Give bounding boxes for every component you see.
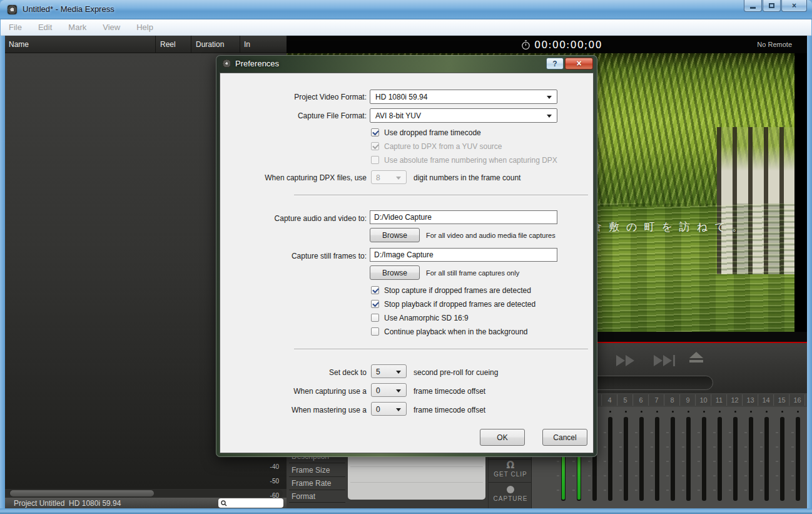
capture-file-format-label: Capture File Format:	[223, 111, 367, 120]
checkbox-label: Stop playback if dropped frames are dete…	[384, 300, 535, 309]
capture-offset-label: When capturing use a	[223, 387, 367, 396]
menu-file[interactable]: File	[1, 23, 30, 32]
minimize-button[interactable]	[744, 0, 762, 12]
meter-tick	[682, 490, 684, 491]
meter-slot	[671, 417, 675, 501]
meter-tick	[666, 490, 669, 491]
meter-slot	[780, 417, 784, 501]
meter-tick	[666, 461, 669, 462]
channel-number: 12	[728, 394, 743, 406]
mastering-offset-suffix: frame timecode offset	[414, 406, 485, 414]
meter-tick	[635, 490, 637, 491]
meter-tick	[791, 490, 794, 491]
preroll-select[interactable]: 5	[371, 364, 407, 378]
meter-tick	[744, 432, 747, 433]
chevron-down-icon	[396, 408, 401, 411]
peak-indicator	[750, 411, 752, 413]
column-divider[interactable]	[155, 36, 156, 53]
meter-tick	[698, 490, 700, 491]
cancel-button[interactable]: Cancel	[542, 429, 587, 446]
capture-file-format-select[interactable]: AVI 8-bit YUV	[370, 108, 557, 123]
project-video-format-select[interactable]: HD 1080i 59.94	[370, 90, 557, 104]
checkbox[interactable]	[371, 327, 379, 336]
ok-button[interactable]: OK	[480, 429, 525, 446]
meter-tick	[760, 432, 763, 433]
next-clip-button[interactable]	[654, 353, 675, 368]
column-divider[interactable]	[240, 36, 240, 53]
browse-av-button[interactable]: Browse	[370, 228, 420, 242]
chevron-down-icon	[547, 96, 552, 99]
maximize-button[interactable]	[763, 0, 781, 12]
selected-value: HD 1080i 59.94	[375, 93, 427, 101]
eject-button[interactable]	[689, 352, 703, 362]
preferences-dialog: Preferences ? × Project Video Format: HD…	[216, 55, 597, 457]
scrollbar-thumb[interactable]	[10, 490, 154, 496]
chevron-down-icon	[396, 177, 401, 180]
peak-indicator	[688, 411, 689, 413]
selected-value: 5	[376, 368, 380, 376]
field-divider	[289, 463, 345, 463]
capture-button[interactable]: CAPTURE	[489, 495, 532, 502]
meter-tick	[682, 461, 684, 462]
checkbox[interactable]	[371, 142, 379, 150]
meter-tick	[619, 446, 622, 448]
dpx-digits-select[interactable]: 8	[371, 170, 407, 184]
dialog-help-button[interactable]: ?	[546, 58, 564, 69]
checkbox[interactable]	[371, 286, 379, 294]
browse-still-button[interactable]: Browse	[370, 265, 420, 280]
audio-meter-channel: 7	[649, 393, 664, 508]
audio-meter-channel: 12	[728, 393, 743, 508]
menu-edit[interactable]: Edit	[30, 23, 60, 32]
audio-meter-channel: 4	[602, 393, 617, 508]
timecode-bar: 00:00:00;00 No Remote	[287, 36, 807, 53]
column-in[interactable]: In	[244, 40, 250, 49]
horizontal-scrollbar[interactable]	[9, 490, 283, 497]
menu-view[interactable]: View	[94, 23, 128, 32]
checkbox[interactable]	[371, 128, 379, 136]
eject-icon	[689, 360, 703, 362]
audio-meter-channel: 16	[790, 393, 805, 508]
column-name[interactable]: Name	[9, 40, 29, 49]
chevron-down-icon	[396, 389, 401, 393]
field-divider	[289, 476, 345, 477]
close-button[interactable]: ×	[781, 0, 807, 12]
meter-tick	[760, 490, 763, 491]
menu-mark[interactable]: Mark	[60, 23, 94, 32]
text-row-line	[350, 482, 483, 483]
field-format: Format	[292, 492, 315, 501]
scale-label: -40	[260, 463, 279, 470]
separator	[294, 195, 588, 196]
checkbox[interactable]	[371, 156, 379, 164]
meter-tick	[572, 461, 575, 462]
preroll-suffix: second pre-roll for cueing	[414, 368, 498, 377]
audio-meter-channel: 8	[665, 393, 680, 508]
peak-indicator	[719, 411, 721, 413]
checkbox-label: Stop capture if dropped frames are detec…	[384, 286, 531, 295]
mastering-offset-select[interactable]: 0	[371, 402, 407, 416]
capture-still-path-input[interactable]	[370, 248, 557, 262]
capture-offset-select[interactable]: 0	[371, 383, 407, 397]
dialog-close-button[interactable]: ×	[565, 58, 593, 69]
meter-slot	[624, 417, 628, 501]
peak-indicator	[609, 411, 611, 413]
checkbox[interactable]	[371, 314, 379, 322]
fast-forward-button[interactable]	[616, 353, 634, 368]
column-reel[interactable]: Reel	[160, 40, 176, 49]
checkbox[interactable]	[371, 300, 379, 308]
channel-number: 14	[759, 394, 774, 406]
meter-tick	[619, 475, 622, 476]
meter-tick	[651, 475, 653, 476]
audio-meter-channel: 9	[681, 393, 696, 508]
channel-number: 13	[743, 394, 758, 406]
column-duration[interactable]: Duration	[196, 40, 224, 49]
search-input[interactable]	[229, 500, 279, 507]
capture-av-path-input[interactable]	[370, 210, 557, 224]
audio-meter-channel: 13	[743, 393, 758, 508]
audio-meter-channel: 5	[618, 393, 633, 508]
separator	[294, 349, 588, 350]
menu-help[interactable]: Help	[128, 23, 161, 32]
get-clip-button[interactable]: GET CLIP	[489, 471, 532, 478]
column-divider[interactable]	[191, 36, 191, 53]
audio-meter-channel: 14	[759, 393, 774, 508]
search-box[interactable]	[218, 498, 283, 508]
